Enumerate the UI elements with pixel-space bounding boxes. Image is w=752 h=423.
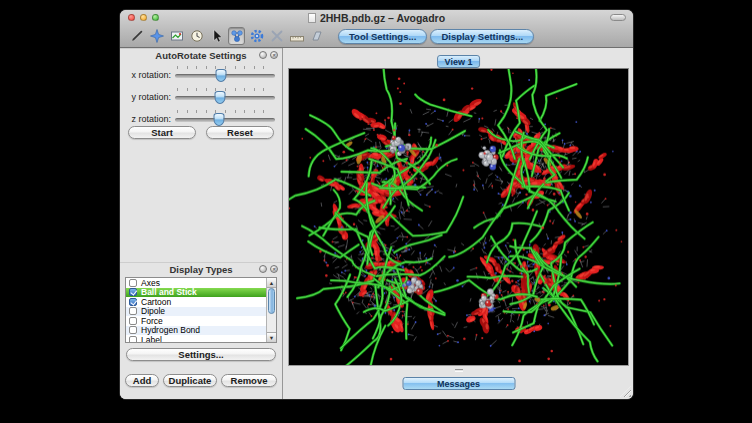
label-checkbox[interactable] bbox=[129, 336, 137, 343]
window-controls bbox=[128, 14, 159, 21]
z-matrix-icon bbox=[309, 28, 325, 44]
y-rotation-slider[interactable] bbox=[175, 86, 275, 105]
autorotate-settings-panel: AutoRotate Settings ✕ x rotation: bbox=[120, 48, 282, 152]
panel-close-button[interactable]: ✕ bbox=[270, 51, 278, 59]
auto-optimize-tool-button[interactable] bbox=[248, 27, 265, 45]
ball-and-stick-checkbox[interactable] bbox=[129, 288, 137, 296]
zoom-button[interactable] bbox=[152, 14, 159, 21]
panel-float-button[interactable] bbox=[259, 265, 267, 273]
start-button[interactable]: Start bbox=[128, 126, 196, 139]
pencil-icon bbox=[129, 28, 145, 44]
x-rotation-label: x rotation: bbox=[124, 70, 171, 83]
panel-close-button[interactable]: ✕ bbox=[270, 265, 278, 273]
selection-tool-button[interactable] bbox=[208, 27, 225, 45]
bond-centric-tool-button[interactable] bbox=[168, 27, 185, 45]
list-item-label[interactable]: Label bbox=[126, 335, 276, 343]
draw-tool-button[interactable] bbox=[128, 27, 145, 45]
display-types-list: Axes Ball and Stick Cartoon Dipole bbox=[125, 277, 277, 343]
z-rotation-slider[interactable] bbox=[175, 108, 275, 127]
remove-button[interactable]: Remove bbox=[221, 374, 277, 387]
align-tool-button[interactable] bbox=[288, 27, 305, 45]
z-matrix-tool-button[interactable] bbox=[308, 27, 325, 45]
view-tab[interactable]: View 1 bbox=[437, 55, 481, 68]
z-rotation-slider-handle[interactable] bbox=[214, 113, 225, 126]
hydrogen-bond-checkbox[interactable] bbox=[129, 326, 137, 334]
list-item-hydrogen-bond[interactable]: Hydrogen Bond bbox=[126, 326, 276, 336]
force-checkbox[interactable] bbox=[129, 317, 137, 325]
reset-button[interactable]: Reset bbox=[206, 126, 274, 139]
window-chrome: 2HHB.pdb.gz – Avogadro bbox=[120, 10, 633, 48]
window-title: 2HHB.pdb.gz – Avogadro bbox=[120, 10, 633, 25]
navigate-tool-button[interactable] bbox=[148, 27, 165, 45]
list-item-ball-and-stick[interactable]: Ball and Stick bbox=[126, 288, 276, 298]
messages-button[interactable]: Messages bbox=[402, 377, 515, 390]
autorotate-panel-title: AutoRotate Settings bbox=[155, 50, 246, 61]
document-proxy-icon[interactable] bbox=[308, 13, 316, 23]
list-scrollbar[interactable]: ▲ ▼ bbox=[266, 278, 276, 342]
y-rotation-slider-handle[interactable] bbox=[215, 91, 226, 104]
splitter-handle[interactable] bbox=[455, 369, 463, 372]
tool-settings-button[interactable]: Tool Settings... bbox=[338, 29, 427, 44]
close-button[interactable] bbox=[128, 14, 135, 21]
dipole-checkbox[interactable] bbox=[129, 307, 137, 315]
list-item-axes[interactable]: Axes bbox=[126, 278, 276, 288]
list-item-dipole[interactable]: Dipole bbox=[126, 307, 276, 317]
desktop: 2HHB.pdb.gz – Avogadro bbox=[0, 0, 752, 423]
add-button[interactable]: Add bbox=[125, 374, 159, 387]
display-types-panel-title: Display Types bbox=[169, 264, 232, 275]
list-item-force[interactable]: Force bbox=[126, 316, 276, 326]
cartoon-checkbox[interactable] bbox=[129, 298, 137, 306]
duplicate-button[interactable]: Duplicate bbox=[163, 374, 217, 387]
resize-grip[interactable] bbox=[620, 386, 631, 397]
cursor-arrow-icon bbox=[209, 28, 225, 44]
y-rotation-label: y rotation: bbox=[124, 92, 171, 105]
slider-track[interactable] bbox=[175, 118, 275, 122]
window-title-text: 2HHB.pdb.gz – Avogadro bbox=[320, 12, 445, 24]
tool-bar: Tool Settings... Display Settings... bbox=[120, 25, 633, 47]
axes-checkbox[interactable] bbox=[129, 279, 137, 287]
window-content: AutoRotate Settings ✕ x rotation: bbox=[120, 48, 633, 399]
title-bar[interactable]: 2HHB.pdb.gz – Avogadro bbox=[120, 10, 633, 25]
manipulate-icon bbox=[189, 28, 205, 44]
auto-rotate-tool-button[interactable] bbox=[228, 27, 245, 45]
gl-viewport[interactable] bbox=[288, 68, 629, 366]
scroll-down-arrow-icon[interactable]: ▼ bbox=[267, 332, 276, 342]
x-rotation-slider[interactable] bbox=[175, 64, 275, 83]
left-dock: AutoRotate Settings ✕ x rotation: bbox=[120, 48, 283, 399]
gear-icon bbox=[249, 28, 265, 44]
avogadro-window: 2HHB.pdb.gz – Avogadro bbox=[120, 10, 633, 399]
main-area: View 1 Messages bbox=[284, 48, 633, 399]
auto-rotate-icon bbox=[229, 28, 245, 44]
toolbar-toggle-button[interactable] bbox=[610, 14, 626, 21]
display-types-panel: Display Types ✕ Axes Ball bbox=[120, 262, 282, 399]
scroll-up-arrow-icon[interactable]: ▲ bbox=[267, 278, 276, 288]
display-settings-button[interactable]: Display Settings... bbox=[430, 29, 534, 44]
slider-ticks bbox=[177, 88, 273, 91]
scrollbar-thumb[interactable] bbox=[268, 288, 275, 314]
measure-tool-button[interactable] bbox=[268, 27, 285, 45]
minimize-button[interactable] bbox=[140, 14, 147, 21]
manipulate-tool-button[interactable] bbox=[188, 27, 205, 45]
panel-float-button[interactable] bbox=[259, 51, 267, 59]
settings-button[interactable]: Settings... bbox=[126, 348, 276, 361]
bond-centric-icon bbox=[169, 28, 185, 44]
navigate-star-icon bbox=[149, 28, 165, 44]
ruler-icon bbox=[289, 28, 305, 44]
slider-ticks bbox=[177, 110, 273, 113]
list-item-cartoon[interactable]: Cartoon bbox=[126, 297, 276, 307]
measure-x-icon bbox=[269, 28, 285, 44]
x-rotation-slider-handle[interactable] bbox=[216, 69, 227, 82]
molecule-render[interactable] bbox=[289, 69, 628, 365]
